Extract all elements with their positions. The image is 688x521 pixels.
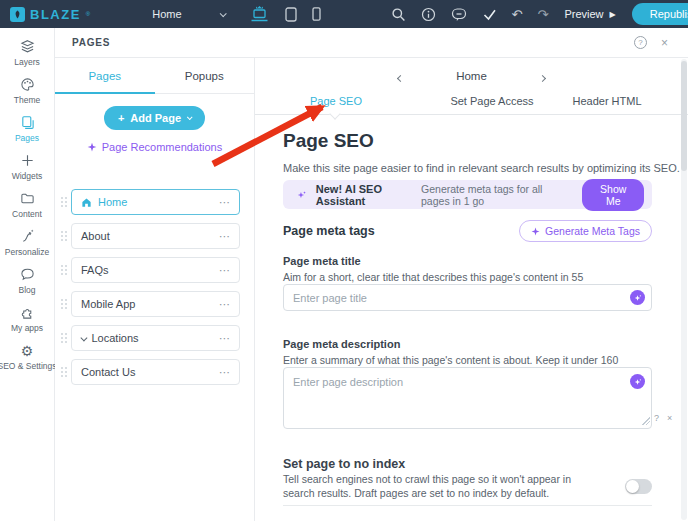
rail-item-content[interactable]: Content [0, 186, 54, 224]
ai-generate-icon[interactable] [630, 374, 645, 389]
rail-item-pages[interactable]: Pages [0, 110, 54, 148]
subpanel-tabs: Pages Popups [55, 58, 254, 94]
chevron-down-icon[interactable] [81, 334, 87, 340]
page-item-label: Contact Us [81, 366, 135, 378]
rail-item-layers[interactable]: Layers [0, 34, 54, 72]
redo-icon[interactable]: ↷ [538, 8, 549, 21]
panel-close-icon[interactable]: × [661, 36, 668, 50]
panel-title: PAGES [72, 37, 110, 48]
tab-popups[interactable]: Popups [155, 58, 255, 93]
page-item-menu-icon[interactable]: ⋯ [219, 230, 230, 243]
page-item-faqs[interactable]: FAQs ⋯ [71, 257, 240, 283]
blaze-leaf-icon [10, 7, 25, 22]
drag-handle[interactable] [61, 333, 67, 343]
page-item-locations[interactable]: Locations ⋯ [71, 325, 240, 351]
tab-set-page-access[interactable]: Set Page Access [450, 95, 533, 107]
scrollbar-track[interactable] [681, 59, 687, 520]
rail-item-theme[interactable]: Theme [0, 72, 54, 110]
page-selector-label: Home [152, 8, 181, 20]
active-tab-notch [329, 108, 340, 119]
page-recommendations-label: Page Recommendations [102, 141, 222, 153]
tablet-device-icon[interactable] [285, 7, 297, 22]
rail-item-my-apps[interactable]: My apps [0, 300, 54, 338]
help-icon[interactable]: ? [654, 413, 659, 423]
next-page-icon[interactable] [539, 75, 546, 82]
page-recommendations-link[interactable]: Page Recommendations [55, 141, 254, 153]
tab-page-seo[interactable]: Page SEO [310, 95, 362, 107]
generate-meta-tags-label: Generate Meta Tags [545, 225, 640, 237]
pages-subpanel: Pages Popups + Add Page Page Recommendat… [55, 58, 255, 521]
ai-seo-banner: New! AI SEO Assistant Generate meta tags… [283, 180, 652, 209]
meta-title-label: Page meta title [283, 255, 361, 267]
page-row: FAQs ⋯ [61, 257, 240, 283]
prev-page-icon[interactable] [397, 75, 404, 82]
page-item-contact-us[interactable]: Contact Us ⋯ [71, 359, 240, 385]
rail-item-label: My apps [11, 323, 43, 333]
no-index-toggle[interactable] [625, 479, 652, 494]
resize-handle-icon[interactable] [641, 416, 650, 425]
home-icon [81, 197, 92, 208]
show-me-button[interactable]: Show Me [582, 179, 644, 211]
drag-handle[interactable] [61, 197, 67, 207]
drag-handle[interactable] [61, 231, 67, 241]
page-selector-dropdown[interactable]: Home [152, 8, 224, 20]
republish-button[interactable]: Republish [632, 3, 688, 25]
folder-icon [20, 191, 35, 206]
scrollbar-thumb[interactable] [681, 61, 687, 171]
preview-button[interactable]: Preview ▶ [564, 8, 615, 20]
crown-icon [256, 6, 263, 8]
page-item-label: Home [98, 196, 127, 208]
page-item-menu-icon[interactable]: ⋯ [219, 332, 230, 345]
rail-item-seo-settings[interactable]: ⚙ SEO & Settings [0, 338, 54, 376]
main-content: Home Page SEO Set Page Access Header HTM… [255, 58, 688, 521]
page-item-home[interactable]: Home ⋯ [71, 189, 240, 215]
add-page-button[interactable]: + Add Page [104, 106, 205, 130]
ai-generate-icon[interactable] [630, 290, 645, 305]
meta-title-input[interactable] [283, 284, 652, 311]
generate-meta-tags-button[interactable]: Generate Meta Tags [519, 220, 652, 242]
play-icon: ▶ [610, 10, 616, 19]
page-row: About ⋯ [61, 223, 240, 249]
feedback-icon[interactable] [451, 7, 467, 22]
tab-pages[interactable]: Pages [55, 58, 155, 93]
page-item-menu-icon[interactable]: ⋯ [219, 366, 230, 379]
undo-icon[interactable]: ↶ [512, 8, 523, 21]
drag-handle[interactable] [61, 299, 67, 309]
page-item-mobile-app[interactable]: Mobile App ⋯ [71, 291, 240, 317]
page-row: Mobile App ⋯ [61, 291, 240, 317]
rail-item-label: SEO & Settings [0, 361, 57, 371]
banner-title: New! AI SEO Assistant [316, 183, 412, 207]
page-title: Page SEO [283, 130, 374, 152]
page-item-menu-icon[interactable]: ⋯ [219, 264, 230, 277]
drag-handle[interactable] [61, 367, 67, 377]
plus-icon: + [118, 112, 124, 124]
rail-item-widgets[interactable]: Widgets [0, 148, 54, 186]
palette-icon [20, 77, 35, 92]
rail-item-label: Content [12, 209, 42, 219]
gear-icon: ⚙ [21, 344, 34, 358]
search-icon[interactable] [391, 7, 406, 22]
meta-description-label: Page meta description [283, 338, 400, 350]
info-icon[interactable] [421, 7, 436, 22]
topbar: BLAZE ® Home ↶ ↷ Previe [0, 0, 688, 28]
sparkle-icon [297, 189, 307, 201]
page-item-menu-icon[interactable]: ⋯ [219, 298, 230, 311]
meta-description-textarea[interactable] [283, 367, 652, 429]
page-row: Locations ⋯ [61, 325, 240, 351]
drag-handle[interactable] [61, 265, 67, 275]
rail-item-label: Blog [18, 285, 35, 295]
blaze-logo[interactable]: BLAZE ® [10, 7, 90, 22]
mobile-device-icon[interactable] [312, 7, 321, 21]
tabs-divider [255, 114, 688, 115]
logo-registered-mark: ® [86, 11, 90, 17]
rail-item-blog[interactable]: Blog [0, 262, 54, 300]
close-icon[interactable]: × [667, 413, 672, 423]
page-row: Home ⋯ [61, 189, 240, 215]
page-item-about[interactable]: About ⋯ [71, 223, 240, 249]
rail-item-personalize[interactable]: Personalize [0, 224, 54, 262]
check-icon[interactable] [482, 8, 497, 21]
panel-help-icon[interactable]: ? [634, 36, 647, 49]
page-item-menu-icon[interactable]: ⋯ [219, 196, 230, 209]
tab-header-html[interactable]: Header HTML [572, 95, 641, 107]
desktop-device-icon[interactable] [249, 5, 270, 23]
